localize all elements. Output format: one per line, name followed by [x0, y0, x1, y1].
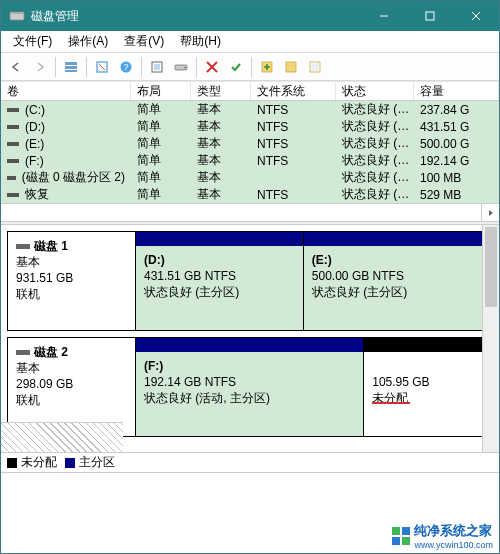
partition-letter: (E:)	[312, 252, 484, 268]
cell-layout: 简单	[131, 152, 191, 169]
volume-icon	[7, 108, 19, 112]
partition-letter: (D:)	[144, 252, 295, 268]
volume-row[interactable]: (E:)简单基本NTFS状态良好 (…500.00 G	[1, 135, 499, 152]
cell-layout: 简单	[131, 135, 191, 152]
partition-unallocated[interactable]: 105.95 GB 未分配	[364, 338, 492, 436]
disk-type: 基本	[16, 254, 127, 270]
cell-volume: (D:)	[1, 118, 131, 135]
legend-swatch-primary	[65, 458, 75, 468]
partition-d[interactable]: (D:) 431.51 GB NTFS 状态良好 (主分区)	[136, 232, 304, 330]
col-volume[interactable]: 卷	[1, 82, 131, 100]
menubar: 文件(F) 操作(A) 查看(V) 帮助(H)	[1, 31, 499, 53]
partition-header-primary	[136, 232, 303, 246]
cell-type: 基本	[191, 135, 251, 152]
menu-help[interactable]: 帮助(H)	[172, 31, 229, 52]
disk-status: 联机	[16, 392, 127, 408]
cell-status: 状态良好 (…	[336, 169, 414, 186]
partition-letter	[372, 358, 484, 374]
app-icon	[9, 8, 25, 24]
forward-button[interactable]	[29, 56, 51, 78]
scrollbar-thumb[interactable]	[485, 227, 497, 307]
refresh-icon[interactable]	[91, 56, 113, 78]
legend: 未分配 主分区	[1, 453, 499, 473]
cell-capacity: 100 MB	[414, 169, 499, 186]
cell-layout: 简单	[131, 169, 191, 186]
volume-row[interactable]: (F:)简单基本NTFS状态良好 (…192.14 G	[1, 152, 499, 169]
cell-status: 状态良好 (…	[336, 186, 414, 203]
cell-volume: (E:)	[1, 135, 131, 152]
tool-icon-1[interactable]	[256, 56, 278, 78]
disk-size: 931.51 GB	[16, 270, 127, 286]
legend-swatch-unallocated	[7, 458, 17, 468]
col-type[interactable]: 类型	[191, 82, 251, 100]
col-status[interactable]: 状态	[336, 82, 414, 100]
watermark: 纯净系统之家 www.ycwin100.com	[392, 522, 493, 550]
window-buttons	[361, 1, 499, 31]
partition-size: 431.51 GB NTFS	[144, 268, 295, 284]
tool-icon-2[interactable]	[280, 56, 302, 78]
back-button[interactable]	[5, 56, 27, 78]
partition-status: 状态良好 (活动, 主分区)	[144, 390, 355, 406]
disk-partitions: (D:) 431.51 GB NTFS 状态良好 (主分区) (E:) 500.…	[136, 232, 492, 330]
cell-capacity: 500.00 G	[414, 135, 499, 152]
volume-row[interactable]: (D:)简单基本NTFS状态良好 (…431.51 G	[1, 118, 499, 135]
cell-filesystem: NTFS	[251, 186, 336, 203]
volume-row[interactable]: (磁盘 0 磁盘分区 2)简单基本状态良好 (…100 MB	[1, 169, 499, 186]
volume-row[interactable]: (C:)简单基本NTFS状态良好 (…237.84 G	[1, 101, 499, 118]
cell-volume: (磁盘 0 磁盘分区 2)	[1, 169, 131, 186]
hatched-area	[1, 422, 123, 452]
disk-name: 磁盘 2	[34, 344, 68, 360]
delete-icon[interactable]	[201, 56, 223, 78]
col-capacity[interactable]: 容量	[414, 82, 499, 100]
details-view-icon[interactable]	[60, 56, 82, 78]
disk-graphical-view: 磁盘 1 基本 931.51 GB 联机 (D:) 431.51 GB NTFS…	[1, 225, 499, 453]
cell-capacity: 529 MB	[414, 186, 499, 203]
partition-body: (D:) 431.51 GB NTFS 状态良好 (主分区)	[136, 246, 303, 330]
cell-volume: (C:)	[1, 101, 131, 118]
cell-capacity: 237.84 G	[414, 101, 499, 118]
vertical-scrollbar[interactable]	[482, 225, 499, 452]
col-filesystem[interactable]: 文件系统	[251, 82, 336, 100]
disk-icon	[16, 244, 30, 249]
partition-body: (F:) 192.14 GB NTFS 状态良好 (活动, 主分区)	[136, 352, 363, 436]
partition-size: 105.95 GB	[372, 374, 484, 390]
svg-rect-23	[402, 527, 410, 535]
volume-row[interactable]: 恢复简单基本NTFS状态良好 (…529 MB	[1, 186, 499, 203]
cell-layout: 简单	[131, 101, 191, 118]
partition-f[interactable]: (F:) 192.14 GB NTFS 状态良好 (活动, 主分区)	[136, 338, 364, 436]
drive-icon[interactable]	[170, 56, 192, 78]
partition-header-primary	[304, 232, 492, 246]
close-button[interactable]	[453, 1, 499, 31]
partition-e[interactable]: (E:) 500.00 GB NTFS 状态良好 (主分区)	[304, 232, 492, 330]
svg-rect-3	[426, 12, 434, 20]
tool-icon-3[interactable]	[304, 56, 326, 78]
settings-icon[interactable]	[146, 56, 168, 78]
scroll-right-icon[interactable]	[481, 204, 499, 221]
cell-status: 状态良好 (…	[336, 135, 414, 152]
partition-size: 500.00 GB NTFS	[312, 268, 484, 284]
cell-status: 状态良好 (…	[336, 101, 414, 118]
svg-rect-13	[154, 64, 160, 70]
cell-capacity: 192.14 G	[414, 152, 499, 169]
svg-rect-19	[286, 62, 296, 72]
cell-filesystem: NTFS	[251, 101, 336, 118]
menu-file[interactable]: 文件(F)	[5, 31, 60, 52]
toolbar: ?	[1, 53, 499, 81]
disk-status: 联机	[16, 286, 127, 302]
menu-view[interactable]: 查看(V)	[116, 31, 172, 52]
cell-filesystem	[251, 169, 336, 186]
menu-action[interactable]: 操作(A)	[60, 31, 116, 52]
partition-header-unallocated	[364, 338, 492, 352]
disk-row-1[interactable]: 磁盘 1 基本 931.51 GB 联机 (D:) 431.51 GB NTFS…	[7, 231, 493, 331]
maximize-button[interactable]	[407, 1, 453, 31]
annotation-underline	[372, 402, 410, 404]
cell-volume: 恢复	[1, 186, 131, 203]
cell-filesystem: NTFS	[251, 118, 336, 135]
help-icon[interactable]: ?	[115, 56, 137, 78]
horizontal-scrollbar[interactable]	[1, 203, 499, 221]
checkmark-icon[interactable]	[225, 56, 247, 78]
svg-point-15	[184, 66, 186, 68]
svg-rect-24	[392, 537, 400, 545]
col-layout[interactable]: 布局	[131, 82, 191, 100]
minimize-button[interactable]	[361, 1, 407, 31]
